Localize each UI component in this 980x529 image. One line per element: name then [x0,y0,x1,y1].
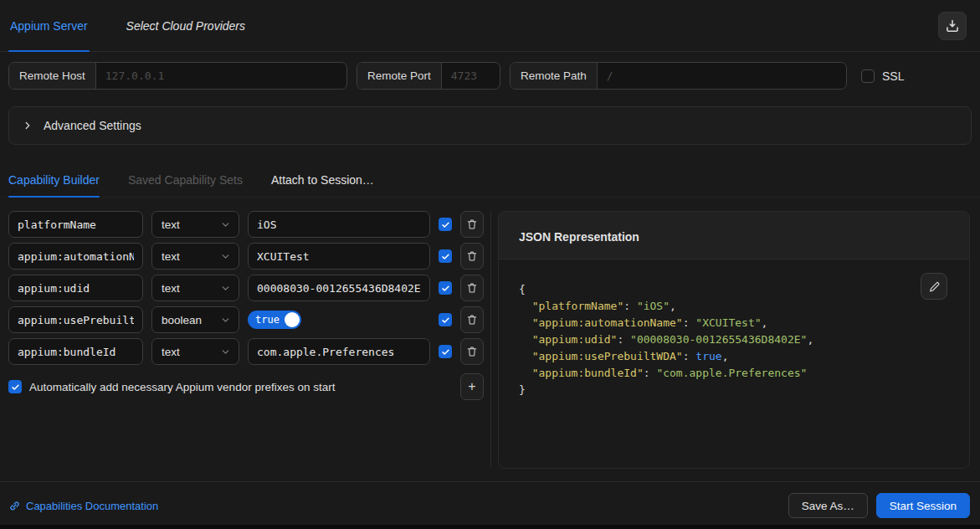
capability-type-select[interactable]: text [151,211,239,238]
server-tab-bar: Appium Server Select Cloud Providers [0,0,980,52]
chevron-down-icon [220,251,231,262]
delete-capability-button[interactable] [460,211,484,238]
tab-select-cloud-providers[interactable]: Select Cloud Providers [125,0,247,51]
capability-row: boolean true [8,306,484,333]
trash-icon [466,282,478,294]
capability-type-value: text [162,282,180,295]
remote-port-input[interactable] [442,63,500,89]
tab-appium-server-label: Appium Server [10,19,88,33]
capability-enabled-checkbox[interactable] [439,218,452,231]
panel-divider [490,211,491,467]
capability-enabled-checkbox[interactable] [439,345,452,358]
boolean-value-toggle[interactable]: true [248,311,301,329]
server-connection-form: Remote Host Remote Port Remote Path SSL [8,62,972,90]
capability-builder-panel: text text [8,211,484,481]
checkmark-icon [441,220,450,229]
capability-name-input[interactable] [8,243,143,270]
tab-capability-builder-label: Capability Builder [8,173,100,187]
remote-port-label: Remote Port [357,63,442,89]
chevron-right-icon [22,120,33,131]
capability-value-input[interactable] [248,338,430,365]
capabilities-documentation-link[interactable]: Capabilities Documentation [8,500,158,512]
checkmark-icon [441,284,450,293]
toggle-label: true [255,314,280,326]
capability-row: text [8,211,484,238]
tab-appium-server[interactable]: Appium Server [8,0,90,51]
capability-type-value: text [162,346,180,358]
save-session-button[interactable] [938,12,967,40]
capability-name-input[interactable] [8,275,143,301]
remote-host-input[interactable] [96,63,346,89]
auto-prefix-label: Automatically add necessary Appium vendo… [29,381,335,393]
json-panel-body: { "platformName": "iOS", "appium:automat… [499,259,969,468]
remote-path-label: Remote Path [511,63,598,89]
capability-row: text [8,338,484,365]
toggle-knob [285,312,300,327]
footer-bar: Capabilities Documentation Save As… Star… [0,481,980,529]
tab-saved-capability-sets[interactable]: Saved Capability Sets [128,163,243,197]
tab-attach-to-session-label: Attach to Session… [271,173,374,187]
trash-icon [466,218,478,230]
capability-name-input[interactable] [8,211,143,238]
chevron-down-icon [220,219,231,230]
delete-capability-button[interactable] [460,243,484,270]
chevron-down-icon [220,315,231,326]
capability-enabled-checkbox[interactable] [439,313,452,326]
advanced-settings-panel[interactable]: Advanced Settings [8,106,972,145]
delete-capability-button[interactable] [460,275,484,301]
json-panel-title: JSON Representation [499,212,969,259]
capability-row: text [8,275,484,301]
capabilities-documentation-label: Capabilities Documentation [26,500,158,512]
plus-icon: + [468,379,475,394]
capability-type-select[interactable]: text [151,338,239,365]
capability-type-select[interactable]: text [151,243,239,270]
capability-name-input[interactable] [8,306,143,333]
delete-capability-button[interactable] [460,306,484,333]
capability-value-input[interactable] [248,275,430,301]
capability-type-value: text [162,218,180,231]
main-area: text text [0,198,980,481]
capability-value-input[interactable] [248,211,430,238]
capability-enabled-checkbox[interactable] [439,281,452,295]
json-representation-card: JSON Representation { "platformName": "i… [498,211,970,469]
remote-port-group: Remote Port [357,62,500,90]
edit-json-button[interactable] [921,273,947,300]
checkmark-icon [441,347,450,357]
appium-inspector-window: Appium Server Select Cloud Providers Rem… [0,0,980,529]
chain-link-icon [8,500,21,512]
remote-host-label: Remote Host [9,63,96,89]
add-capability-button[interactable]: + [460,373,484,400]
ssl-checkbox-wrap[interactable]: SSL [861,69,904,83]
capability-name-input[interactable] [8,338,143,365]
checkmark-icon [441,252,450,261]
ssl-label: SSL [882,69,904,83]
bottom-edge [0,525,980,529]
auto-prefix-checkbox[interactable] [8,380,22,393]
remote-path-input[interactable] [598,63,846,89]
builder-tab-bar: Capability Builder Saved Capability Sets… [0,163,980,198]
capability-type-value: text [162,250,180,263]
checkmark-icon [11,383,20,392]
chevron-down-icon [220,347,231,357]
trash-icon [466,314,478,326]
capability-type-select[interactable]: text [151,275,239,301]
capability-value-input[interactable] [248,243,430,270]
trash-icon [466,250,478,262]
remote-host-group: Remote Host [8,62,347,90]
capability-row: text [8,243,484,270]
capability-type-select[interactable]: boolean [151,306,239,333]
save-icon [945,18,960,33]
checkmark-icon [441,316,450,325]
tab-capability-builder[interactable]: Capability Builder [8,163,100,197]
save-as-button[interactable]: Save As… [788,493,868,518]
trash-icon [466,346,478,357]
tab-select-cloud-providers-label: Select Cloud Providers [126,19,245,33]
chevron-down-icon [220,283,231,294]
tab-attach-to-session[interactable]: Attach to Session… [271,163,374,197]
start-session-button[interactable]: Start Session [876,493,970,518]
ssl-checkbox[interactable] [861,69,875,83]
capability-type-value: boolean [162,314,202,326]
capability-enabled-checkbox[interactable] [439,249,452,263]
delete-capability-button[interactable] [460,338,484,365]
remote-path-group: Remote Path [510,62,847,90]
